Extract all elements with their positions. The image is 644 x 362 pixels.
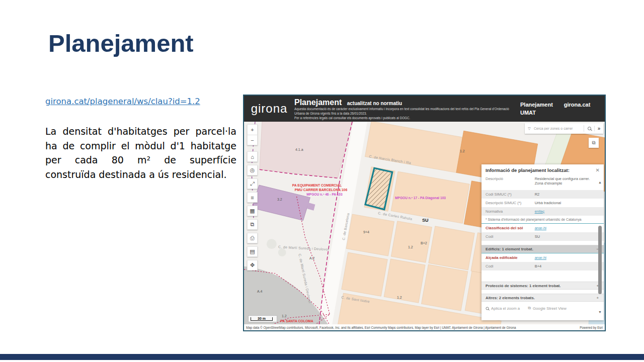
panel-footnote: * Sistema d'informació del planejament u… — [481, 216, 604, 223]
scroll-down-icon[interactable]: ▼ — [598, 310, 602, 314]
close-icon[interactable]: ✕ — [596, 167, 600, 173]
basemap-grid-icon: ▦ — [250, 208, 255, 214]
panel-row-codi-b4: Codi B+4 — [481, 262, 604, 270]
map-attribution: Map data © OpenStreetMap contributors, M… — [244, 324, 605, 330]
print-icon: ⎙ — [250, 235, 255, 241]
home-button[interactable]: ⌂ — [247, 151, 258, 162]
panel-row-descripcio: Descripció Residencial que configura car… — [481, 175, 604, 190]
anar-hi-link[interactable]: anar-hi — [535, 255, 546, 260]
fullscreen-button[interactable]: ⤢ — [247, 178, 258, 189]
app-subtitle: actualitzat no normatiu — [347, 101, 402, 106]
panel-row-codi-simuc: Codi SIMUC (*) R2 — [481, 190, 604, 199]
layers-button[interactable]: ⧉ — [247, 219, 258, 230]
app-header: girona Planejament actualitzat no normat… — [244, 96, 605, 122]
app-title: Planejament — [294, 98, 342, 107]
map-app-screenshot: girona Planejament actualitzat no normat… — [243, 95, 606, 331]
legend-icon: ≡ — [251, 195, 254, 201]
search-icon — [588, 127, 591, 130]
source-link[interactable]: girona.cat/plageneral/ws/clau?id=1.2 — [45, 97, 200, 106]
measure-icon: ▤ — [250, 248, 255, 255]
section-proteccio[interactable]: Protecció de sistemes: 1 element trobat.… — [481, 282, 604, 290]
apply-zoom-button[interactable]: Aplica el zoom a — [486, 306, 520, 311]
panel-title: Informació de planejament localitzat: — [486, 167, 570, 173]
zoom-to-icon — [486, 307, 489, 310]
slide-accent-bar — [0, 354, 644, 360]
zoom-out-button[interactable]: − — [247, 135, 258, 145]
basemap-toggle-icon: ⧉ — [592, 140, 595, 146]
plus-icon: + — [251, 127, 254, 133]
disclaimer-line-2: Per a referències legals cal consultar e… — [294, 116, 520, 121]
pan-icon: ✥ — [250, 262, 255, 268]
girona-logo[interactable]: girona — [244, 102, 294, 116]
street-view-icon: ⧉ — [528, 306, 531, 311]
scale-label: 30 m — [251, 317, 273, 321]
info-panel: Informació de planejament localitzat: ✕ … — [481, 164, 604, 320]
scroll-up-icon[interactable]: ▲ — [598, 180, 602, 184]
header-site-link[interactable]: girona.cat — [564, 101, 591, 109]
powered-by-esri: Powered by Esri — [580, 326, 603, 329]
search-expand-button[interactable]: » — [594, 126, 603, 131]
search-button[interactable] — [584, 127, 594, 130]
pink-zone-shape — [260, 122, 352, 178]
normativa-link[interactable]: enllaç — [535, 209, 545, 214]
group-alcada: Alçada edificable anar-hi — [481, 253, 604, 262]
zoom-in-button[interactable]: + — [247, 124, 258, 135]
disclaimer-line-1: Aquesta documentació és de caràcter excl… — [294, 107, 520, 116]
body-paragraph: La densitat d'habitatges per parcel·la h… — [45, 124, 236, 182]
panel-row-normativa: Normativa enllaç — [481, 207, 604, 216]
search-bar: ▽ » — [525, 123, 603, 134]
locate-button[interactable]: ◎ — [247, 165, 258, 175]
search-input[interactable] — [534, 127, 584, 130]
measure-button[interactable]: ▤ — [247, 246, 258, 257]
search-filter-icon[interactable]: ▽ — [525, 127, 534, 131]
home-icon: ⌂ — [251, 154, 254, 160]
slide: Planejament girona.cat/plageneral/ws/cla… — [0, 0, 644, 362]
group-classificacio: Classificació del sòl anar-hi — [481, 223, 604, 232]
map-toolbar: + − ⌂ ◎ ⤢ ≡ ▦ ⧉ ⎙ ▤ ✥ — [247, 124, 258, 274]
section-edificis[interactable]: Edificis: 1 element trobat. − — [481, 245, 604, 253]
panel-row-codi-su: Codi SU — [481, 232, 604, 241]
locate-icon: ◎ — [250, 167, 255, 173]
scale-bar: 30 m — [248, 315, 277, 322]
basemap-toggle-button[interactable]: ⧉ — [589, 138, 599, 148]
header-org: UMAT — [520, 109, 605, 117]
anar-hi-link[interactable]: anar-hi — [535, 226, 546, 230]
panel-row-descripcio-simuc: Descripció SIMUC (*) Urbà tradicional — [481, 199, 604, 207]
layers-icon: ⧉ — [251, 221, 255, 228]
minus-icon: − — [251, 137, 254, 143]
panel-scrollbar[interactable] — [598, 226, 602, 294]
page-title: Planejament — [48, 29, 194, 57]
legend-button[interactable]: ≡ — [247, 192, 258, 203]
pan-button[interactable]: ✥ — [247, 260, 258, 270]
basemap-gallery-button[interactable]: ▦ — [247, 206, 258, 216]
map-area: C. de Narcís Blanch i Illa C. de Barcelo… — [244, 122, 605, 330]
fullscreen-icon: ⤢ — [250, 180, 255, 187]
section-altres[interactable]: Altres: 2 elements trobats. + — [481, 294, 604, 302]
expand-icon[interactable]: + — [596, 296, 599, 300]
print-button[interactable]: ⎙ — [247, 233, 258, 243]
header-app-name: Planejament — [520, 101, 553, 109]
attribution-text: Map data © OpenStreetMap contributors, M… — [246, 326, 516, 329]
street-view-button[interactable]: ⧉ Google Street View — [528, 306, 567, 311]
